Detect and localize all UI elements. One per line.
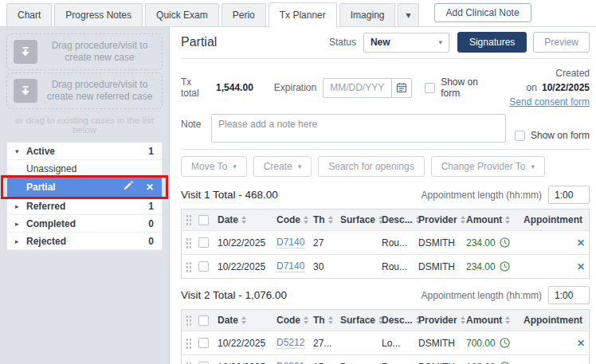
remove-row-button[interactable]: ✕	[566, 237, 585, 249]
tab-tx-planner[interactable]: Tx Planner	[269, 2, 337, 27]
dropzone-label: Drag procedure/visit to create new case	[44, 40, 155, 64]
row-provider: DSMITH	[418, 362, 466, 364]
tab-chart[interactable]: Chart	[6, 3, 52, 26]
note-show-on-form-label: Show on form	[531, 130, 590, 141]
signatures-button[interactable]: Signatures	[457, 32, 527, 53]
column-header-provider[interactable]: Provider	[418, 214, 466, 225]
show-on-form-checkbox[interactable]	[425, 83, 435, 93]
case-count: 0	[148, 236, 154, 247]
tab-perio[interactable]: Perio	[222, 3, 266, 26]
expiration-input[interactable]	[323, 78, 391, 98]
column-header-provider[interactable]: Provider	[418, 315, 466, 326]
case-count: 1	[148, 201, 154, 212]
drag-handle[interactable]	[186, 362, 192, 364]
drag-handle[interactable]	[186, 261, 192, 272]
column-header-amount[interactable]: Amount	[466, 315, 523, 326]
column-header-th[interactable]: Th	[313, 315, 340, 326]
delete-case-icon[interactable]: ✕	[146, 182, 154, 193]
row-checkbox[interactable]	[198, 237, 209, 248]
drag-handle[interactable]	[186, 237, 192, 249]
row-surface: D	[340, 362, 382, 364]
row-amount: 700.00	[466, 338, 496, 349]
select-all-checkbox[interactable]	[198, 215, 209, 225]
appointment-length-input[interactable]	[548, 186, 590, 204]
sidebar-item-partial[interactable]: Partial ✕	[7, 178, 162, 198]
chevron-right-icon[interactable]: ▸	[15, 237, 26, 245]
case-sidebar: Drag procedure/visit to create new case …	[0, 27, 170, 364]
note-show-on-form-checkbox[interactable]	[515, 131, 525, 141]
row-date: 10/22/2025	[218, 261, 276, 272]
dropzone-new-referred-case[interactable]: Drag procedure/visit to create new refer…	[6, 72, 163, 109]
column-header-date[interactable]: Date	[218, 315, 276, 326]
sidebar-item-referred[interactable]: ▸ Referred 1	[7, 198, 162, 215]
select-all-checkbox[interactable]	[198, 315, 209, 326]
sort-icon	[328, 216, 333, 224]
procedure-code-link[interactable]: D7140	[276, 260, 304, 272]
column-header-th[interactable]: Th	[313, 214, 340, 225]
row-checkbox[interactable]	[198, 261, 209, 272]
table-row: 10/22/2025 D7140 27 Rou... DSMITH 234.00…	[182, 230, 589, 254]
note-input[interactable]	[211, 114, 506, 143]
remove-row-button[interactable]: ✕	[566, 261, 585, 272]
preview-button[interactable]: Preview	[533, 32, 590, 53]
row-desc: Pos...	[382, 362, 418, 364]
column-header-date[interactable]: Date	[218, 214, 276, 225]
sidebar-item-completed[interactable]: ▸ Completed 0	[7, 215, 162, 233]
appointment-length-input[interactable]	[548, 286, 590, 304]
appointment-length-label: Appointment length (hh:mm)	[422, 190, 542, 201]
clinical-tab-bar: Chart Progress Notes Quick Exam Perio Tx…	[0, 0, 596, 27]
create-button[interactable]: Create ▾	[253, 156, 312, 177]
change-provider-button[interactable]: Change Provider To ▾	[431, 156, 545, 177]
add-clinical-note-button[interactable]: Add Clinical Note	[434, 3, 531, 22]
chevron-down-icon[interactable]: ▾	[15, 147, 26, 155]
search-for-openings-button[interactable]: Search for openings	[318, 156, 424, 177]
row-th: 30	[313, 261, 340, 272]
procedure-code-link[interactable]: D2391	[276, 361, 304, 364]
drag-handle[interactable]	[186, 214, 192, 225]
row-desc: Rou...	[382, 237, 418, 249]
table-row: 10/22/2025 D7140 30 Rou... DSMITH 234.00…	[182, 254, 589, 278]
created-on-date: 10/22/2025	[542, 82, 590, 93]
row-amount: 188.00	[466, 362, 496, 364]
procedure-code-link[interactable]: D7140	[276, 237, 304, 249]
remove-row-button[interactable]: ✕	[566, 362, 585, 364]
chevron-right-icon[interactable]: ▸	[15, 202, 26, 210]
column-header-amount[interactable]: Amount	[466, 214, 523, 225]
sidebar-item-rejected[interactable]: ▸ Rejected 0	[7, 233, 162, 250]
drag-handle[interactable]	[186, 315, 192, 326]
more-tabs-button[interactable]: ▾	[398, 3, 418, 26]
column-header-desc[interactable]: Desc...	[382, 315, 418, 326]
table-row: 10/22/2025 D5212 27... Lo... DSMITH 700.…	[182, 331, 589, 354]
sidebar-item-active[interactable]: ▾ Active 1	[7, 143, 162, 160]
tab-quick-exam[interactable]: Quick Exam	[145, 3, 219, 26]
move-to-button[interactable]: Move To ▾	[181, 156, 247, 177]
column-header-desc[interactable]: Desc...	[382, 214, 418, 225]
sort-icon	[505, 216, 510, 224]
expiration-label: Expiration	[274, 82, 316, 93]
column-header-appointment: Appointment	[523, 315, 582, 326]
tab-progress-notes[interactable]: Progress Notes	[54, 3, 143, 26]
remove-row-button[interactable]: ✕	[566, 338, 585, 349]
procedure-code-link[interactable]: D5212	[276, 337, 304, 349]
column-header-code[interactable]: Code	[276, 315, 313, 326]
drag-hint-text: or drag to existing cases in the list be…	[6, 115, 163, 135]
row-checkbox[interactable]	[198, 338, 209, 348]
column-header-code[interactable]: Code	[276, 214, 313, 225]
column-header-surface[interactable]: Surface	[340, 214, 382, 225]
send-consent-form-link[interactable]: Send consent form	[509, 96, 590, 108]
edit-case-icon[interactable]	[123, 181, 133, 194]
clock-icon	[500, 338, 510, 348]
chevron-right-icon[interactable]: ▸	[15, 220, 26, 228]
table-row: 10/22/2025 D2391 15 D Pos... DSMITH 188.…	[182, 354, 589, 364]
column-header-surface[interactable]: Surface	[340, 315, 382, 326]
drop-arrow-icon	[14, 79, 37, 103]
calendar-picker-button[interactable]	[391, 78, 412, 98]
status-select[interactable]: New ▾	[363, 33, 449, 53]
clock-icon	[500, 261, 510, 272]
chevron-down-icon: ▾	[531, 162, 535, 170]
dropzone-new-case[interactable]: Drag procedure/visit to create new case	[6, 33, 163, 70]
row-amount: 234.00	[466, 237, 496, 249]
sidebar-item-unassigned[interactable]: Unassigned	[7, 160, 162, 178]
tab-imaging[interactable]: Imaging	[339, 3, 396, 26]
drag-handle[interactable]	[186, 338, 192, 349]
